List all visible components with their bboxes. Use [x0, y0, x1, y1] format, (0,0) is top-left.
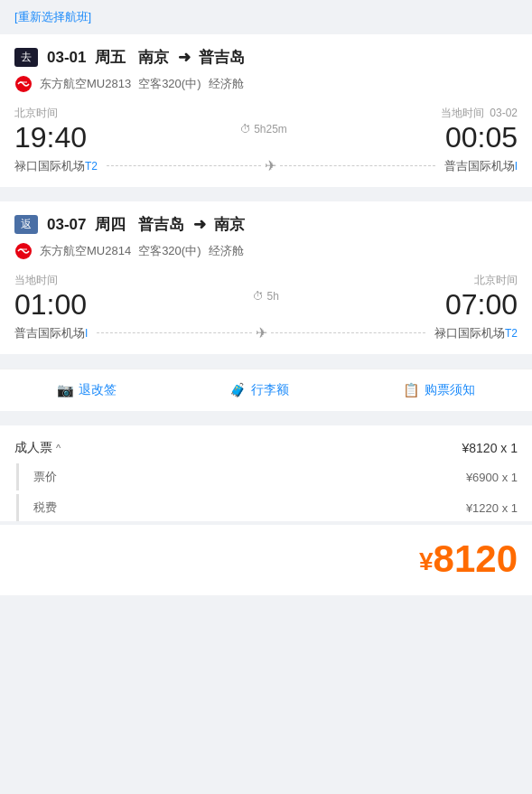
- return-arrive-block: 北京时间 07:00: [445, 273, 518, 319]
- top-bar: [重新选择航班]: [0, 0, 532, 34]
- return-arrive-label: 北京时间: [445, 273, 518, 288]
- outbound-duration-value: 5h25m: [254, 123, 287, 135]
- refund-icon: 📷: [57, 382, 74, 398]
- airline-logo-icon: [14, 75, 33, 93]
- outbound-duration-icon: ⏱: [240, 123, 251, 135]
- baggage-icon: 🧳: [229, 382, 247, 398]
- adult-label-text: 成人票: [14, 440, 52, 456]
- return-direction-badge: 返: [14, 215, 38, 234]
- line-right: [280, 165, 434, 166]
- return-flight-card: 返 03-07 周四 普吉岛 ➜ 南京 东方航空MU2814 空客320(中) …: [0, 201, 532, 354]
- return-duration-icon: ⏱: [253, 290, 264, 303]
- price-detail-value: ¥1220 x 1: [466, 501, 518, 515]
- return-depart-time: 01:00: [14, 290, 87, 319]
- outbound-arrive-time: 00:05: [441, 123, 518, 152]
- outbound-arrive-date: 03-02: [490, 107, 518, 119]
- return-aircraft: 空客320(中): [138, 243, 201, 259]
- outbound-arrive-label: 当地时间 03-02: [441, 106, 518, 121]
- outbound-duration: ⏱ 5h25m: [87, 123, 441, 135]
- total-amount: 8120: [434, 537, 518, 580]
- outbound-arrive-airport: 普吉国际机场I: [444, 158, 518, 174]
- outbound-duration-text: ⏱ 5h25m: [240, 123, 287, 135]
- section-gap-1: [0, 194, 532, 201]
- return-arrow: ➜: [193, 216, 206, 233]
- price-details: 票价¥6900 x 1税费¥1220 x 1: [14, 463, 518, 521]
- return-to-city: 南京: [214, 216, 245, 233]
- total-row: ¥8120: [0, 525, 532, 595]
- price-detail-row: 税费¥1220 x 1: [16, 494, 518, 521]
- total-price: ¥8120: [419, 537, 518, 581]
- return-plane-icon: ✈: [256, 324, 267, 341]
- outbound-airline-name: 东方航空MU2813: [40, 76, 131, 92]
- booking-notice-button[interactable]: 📋 购票须知: [403, 382, 475, 398]
- return-airline-info: 东方航空MU2814 空客320(中) 经济舱: [14, 242, 518, 260]
- notice-icon: 📋: [403, 382, 420, 398]
- outbound-depart-time: 19:40: [14, 123, 87, 152]
- outbound-time-row: 北京时间 19:40 ⏱ 5h25m 当地时间 03-02 00:05: [14, 106, 518, 152]
- price-detail-label: 税费: [33, 500, 57, 516]
- outbound-flight-card: 去 03-01 周五 南京 ➜ 普吉岛 东方航空MU2813 空客320(中) …: [0, 34, 532, 187]
- outbound-header: 去 03-01 周五 南京 ➜ 普吉岛: [14, 47, 518, 68]
- return-duration: ⏱ 5h: [87, 290, 445, 303]
- return-arrive-airport: 禄口国际机场T2: [434, 325, 518, 341]
- refund-label: 退改签: [79, 382, 117, 398]
- outbound-arrow: ➜: [178, 49, 191, 66]
- outbound-arrive-block: 当地时间 03-02 00:05: [441, 106, 518, 152]
- outbound-depart-label: 北京时间: [14, 106, 87, 121]
- adult-ticket-row: 成人票 ^ ¥8120 x 1: [14, 440, 518, 456]
- refund-change-button[interactable]: 📷 退改签: [57, 382, 117, 398]
- outbound-depart-airport-name: 禄口国际机场: [14, 159, 85, 173]
- return-duration-text: ⏱ 5h: [253, 290, 279, 303]
- return-arrive-airport-name: 禄口国际机场: [434, 326, 505, 340]
- pricing-card: 成人票 ^ ¥8120 x 1 票价¥6900 x 1税费¥1220 x 1: [0, 425, 532, 521]
- outbound-depart-terminal: T2: [85, 160, 98, 173]
- outbound-arrive-label-text: 当地时间: [441, 107, 484, 119]
- outbound-arrive-airport-name: 普吉国际机场: [444, 159, 515, 173]
- outbound-to-city: 普吉岛: [199, 49, 245, 66]
- return-depart-airport: 普吉国际机场I: [14, 325, 88, 341]
- outbound-arrive-terminal: I: [515, 160, 518, 173]
- return-airport-row: 普吉国际机场I ✈ 禄口国际机场T2: [14, 324, 518, 341]
- return-duration-value: 5h: [266, 290, 278, 303]
- return-depart-airport-name: 普吉国际机场: [14, 326, 85, 340]
- return-arrive-time: 07:00: [445, 290, 518, 319]
- outbound-cabin: 经济舱: [209, 76, 244, 92]
- return-line-right: [271, 332, 425, 333]
- return-airline-logo-icon: [14, 242, 33, 260]
- return-header: 返 03-07 周四 普吉岛 ➜ 南京: [14, 214, 518, 235]
- outbound-flight-line: ✈: [98, 157, 444, 174]
- price-detail-row: 票价¥6900 x 1: [16, 463, 518, 490]
- adult-ticket-label[interactable]: 成人票 ^: [14, 440, 61, 456]
- baggage-label: 行李额: [251, 382, 289, 398]
- price-detail-value: ¥6900 x 1: [466, 471, 518, 484]
- chevron-up-icon: ^: [56, 443, 61, 453]
- return-date-route: 03-07 周四 普吉岛 ➜ 南京: [47, 214, 245, 235]
- outbound-airline-info: 东方航空MU2813 空客320(中) 经济舱: [14, 75, 518, 93]
- return-from-city: 普吉岛: [138, 216, 184, 233]
- return-line-left: [97, 332, 251, 333]
- actions-bar: 📷 退改签 🧳 行李额 📋 购票须知: [0, 369, 532, 411]
- line-left: [107, 165, 261, 166]
- return-airline-name: 东方航空MU2814: [40, 243, 131, 259]
- return-depart-label: 当地时间: [14, 273, 87, 288]
- return-depart-block: 当地时间 01:00: [14, 273, 87, 319]
- outbound-weekday: 周五: [95, 49, 126, 66]
- yen-symbol: ¥: [419, 547, 434, 575]
- outbound-from-city: 南京: [138, 49, 169, 66]
- reset-link[interactable]: [重新选择航班]: [14, 10, 91, 23]
- return-flight-line: ✈: [88, 324, 434, 341]
- notice-label: 购票须知: [425, 382, 475, 398]
- outbound-depart-airport: 禄口国际机场T2: [14, 158, 98, 174]
- plane-icon: ✈: [265, 157, 276, 174]
- section-gap-2: [0, 361, 532, 369]
- outbound-aircraft: 空客320(中): [138, 76, 201, 92]
- return-time-row: 当地时间 01:00 ⏱ 5h 北京时间 07:00: [14, 273, 518, 319]
- section-gap-3: [0, 418, 532, 425]
- outbound-date: 03-01: [47, 49, 86, 66]
- outbound-depart-block: 北京时间 19:40: [14, 106, 87, 152]
- outbound-airport-row: 禄口国际机场T2 ✈ 普吉国际机场I: [14, 157, 518, 174]
- return-weekday: 周四: [95, 216, 126, 233]
- baggage-button[interactable]: 🧳 行李额: [229, 382, 289, 398]
- outbound-date-route: 03-01 周五 南京 ➜ 普吉岛: [47, 47, 245, 68]
- outbound-direction-badge: 去: [14, 48, 38, 67]
